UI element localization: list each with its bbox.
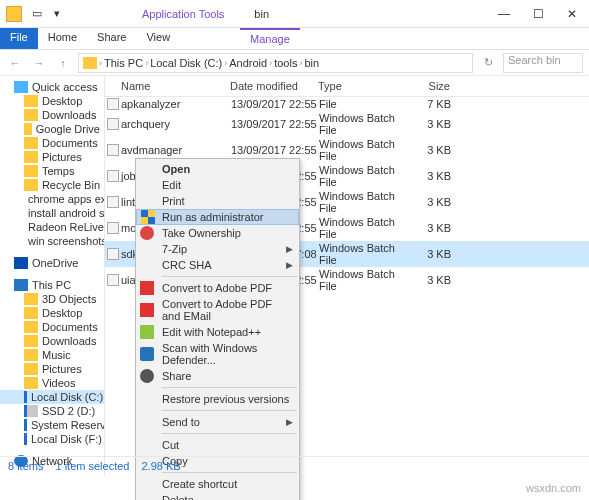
column-headers[interactable]: Name Date modified Type Size <box>105 76 589 97</box>
file-icon <box>107 170 119 182</box>
tree-item[interactable]: Videos <box>0 376 104 390</box>
folder-icon <box>24 363 38 375</box>
submenu-arrow-icon: ▶ <box>286 244 293 254</box>
ctx-7zip[interactable]: 7-Zip▶ <box>136 241 299 257</box>
status-selected-count: 1 item selected <box>55 460 129 472</box>
forward-button[interactable]: → <box>30 54 48 72</box>
file-size: 3 KB <box>411 222 451 234</box>
col-name[interactable]: Name <box>105 80 230 92</box>
tree-item-local-disk-c[interactable]: Local Disk (C:) <box>0 390 104 404</box>
file-icon <box>107 118 119 130</box>
col-date[interactable]: Date modified <box>230 80 318 92</box>
ctx-take-ownership[interactable]: Take Ownership <box>136 225 299 241</box>
ctx-convert-pdf[interactable]: Convert to Adobe PDF <box>136 280 299 296</box>
tree-item[interactable]: Documents <box>0 136 104 150</box>
tree-item[interactable]: Radeon ReLive <box>0 220 104 234</box>
tree-item[interactable]: Desktop <box>0 94 104 108</box>
file-name: apkanalyzer <box>121 98 231 110</box>
tree-item[interactable]: Desktop <box>0 306 104 320</box>
tab-manage[interactable]: Manage <box>240 28 300 49</box>
ctx-crc-sha[interactable]: CRC SHA▶ <box>136 257 299 273</box>
tree-item[interactable]: Downloads <box>0 334 104 348</box>
folder-icon <box>24 123 32 135</box>
tab-view[interactable]: View <box>136 28 180 49</box>
breadcrumb[interactable]: › This PC› Local Disk (C:)› Android› too… <box>78 53 473 73</box>
tree-onedrive[interactable]: OneDrive <box>0 256 104 270</box>
minimize-button[interactable]: — <box>487 3 521 25</box>
submenu-arrow-icon: ▶ <box>286 260 293 270</box>
folder-icon <box>24 95 38 107</box>
tree-item[interactable]: chrome apps extens <box>0 192 104 206</box>
tree-item[interactable]: Local Disk (F:) <box>0 432 104 446</box>
window-title: bin <box>254 8 269 20</box>
ctx-restore[interactable]: Restore previous versions <box>136 391 299 407</box>
file-row[interactable]: apkanalyzer13/09/2017 22:55File7 KB <box>105 97 589 111</box>
ctx-sendto[interactable]: Send to▶ <box>136 414 299 430</box>
tree-item[interactable]: Documents <box>0 320 104 334</box>
maximize-button[interactable]: ☐ <box>521 3 555 25</box>
ctx-scan-defender[interactable]: Scan with Windows Defender... <box>136 340 299 368</box>
ctx-run-as-administrator[interactable]: Run as administrator <box>136 209 299 225</box>
tree-item[interactable]: Temps <box>0 164 104 178</box>
tree-item[interactable]: win screenshots <box>0 234 104 248</box>
tree-item[interactable]: Google Drive <box>0 122 104 136</box>
back-button[interactable]: ← <box>6 54 24 72</box>
file-icon <box>107 222 119 234</box>
ctx-convert-pdf-email[interactable]: Convert to Adobe PDF and EMail <box>136 296 299 324</box>
crumb[interactable]: bin <box>304 57 319 69</box>
crumb[interactable]: Android <box>229 57 267 69</box>
file-row[interactable]: archquery13/09/2017 22:55Windows Batch F… <box>105 111 589 137</box>
ctx-print[interactable]: Print <box>136 193 299 209</box>
file-type: Windows Batch File <box>319 164 411 188</box>
ctx-edit-npp[interactable]: Edit with Notepad++ <box>136 324 299 340</box>
status-bar: 8 items 1 item selected 2.98 KB <box>0 456 589 474</box>
tree-item[interactable]: install android sdk <box>0 206 104 220</box>
up-button[interactable]: ↑ <box>54 54 72 72</box>
ctx-separator <box>162 410 297 411</box>
tree-item[interactable]: Recycle Bin <box>0 178 104 192</box>
ctx-cut[interactable]: Cut <box>136 437 299 453</box>
col-size[interactable]: Size <box>410 80 450 92</box>
refresh-button[interactable]: ↻ <box>479 54 497 72</box>
qat-props-icon[interactable]: ▭ <box>32 7 46 21</box>
file-name: avdmanager <box>121 144 231 156</box>
tree-item[interactable]: Pictures <box>0 150 104 164</box>
ctx-delete[interactable]: Delete <box>136 492 299 500</box>
file-size: 3 KB <box>411 196 451 208</box>
tree-item[interactable]: Downloads <box>0 108 104 122</box>
tree-quick-access[interactable]: Quick access <box>0 80 104 94</box>
ctx-edit[interactable]: Edit <box>136 177 299 193</box>
nav-tree[interactable]: Quick access Desktop Downloads Google Dr… <box>0 76 105 476</box>
folder-icon <box>24 307 38 319</box>
tree-item[interactable]: Pictures <box>0 362 104 376</box>
ctx-open[interactable]: Open <box>136 161 299 177</box>
qat-newfolder-icon[interactable]: ▾ <box>54 7 68 21</box>
disk-icon <box>24 419 27 431</box>
tab-home[interactable]: Home <box>38 28 87 49</box>
search-input[interactable]: Search bin <box>503 53 583 73</box>
folder-icon <box>24 109 38 121</box>
col-type[interactable]: Type <box>318 80 410 92</box>
tab-file[interactable]: File <box>0 28 38 49</box>
file-date: 13/09/2017 22:55 <box>231 118 319 130</box>
crumb[interactable]: This PC <box>104 57 143 69</box>
close-button[interactable]: ✕ <box>555 3 589 25</box>
tab-share[interactable]: Share <box>87 28 136 49</box>
tree-item[interactable]: 3D Objects <box>0 292 104 306</box>
tree-item[interactable]: System Reserved (E:) <box>0 418 104 432</box>
tree-item[interactable]: Music <box>0 348 104 362</box>
file-size: 3 KB <box>411 144 451 156</box>
tree-item[interactable]: SSD 2 (D:) <box>0 404 104 418</box>
file-icon <box>107 98 119 110</box>
crumb[interactable]: tools <box>274 57 297 69</box>
ctx-shortcut[interactable]: Create shortcut <box>136 476 299 492</box>
file-type: Windows Batch File <box>319 242 411 266</box>
ctx-share[interactable]: Share <box>136 368 299 384</box>
tree-this-pc[interactable]: This PC <box>0 278 104 292</box>
context-menu: Open Edit Print Run as administrator Tak… <box>135 158 300 500</box>
status-item-count: 8 items <box>8 460 43 472</box>
folder-icon <box>24 165 38 177</box>
crumb[interactable]: Local Disk (C:) <box>150 57 222 69</box>
watermark: wsxdn.com <box>526 482 581 494</box>
file-type: Windows Batch File <box>319 268 411 292</box>
